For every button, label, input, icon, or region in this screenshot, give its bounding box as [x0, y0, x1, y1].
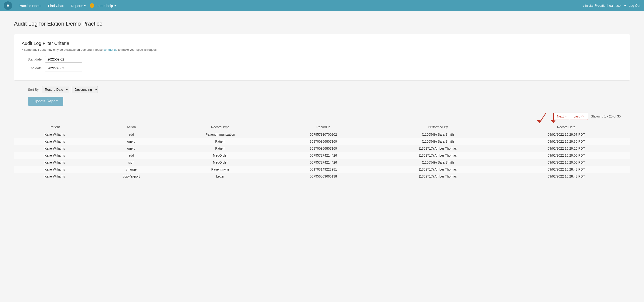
table-row: Katie WilliamsqueryPatient30370095680716… [14, 145, 630, 152]
cell-patient: Katie Williams [14, 152, 96, 159]
col-record-id: Record Id [273, 123, 373, 131]
cell-performed_by: (1166549) Sara Smith [374, 159, 502, 166]
table-row: Katie Williamscopy/exportLetter507956803… [14, 173, 630, 180]
cell-record_type: PatientImmunization [167, 131, 274, 138]
cell-action: change [96, 166, 167, 173]
cell-performed_by: (1302717) Amber Thomas [374, 173, 502, 180]
filter-box: Audit Log Filter Criteria * Some audit d… [14, 34, 630, 80]
table-row: Katie WilliamschangePatientInvite5017031… [14, 166, 630, 173]
sort-row: Sort By: Record Date Patient Action Reco… [14, 86, 630, 93]
cell-record_id: 507957274214426 [273, 152, 373, 159]
update-report-button[interactable]: Update Report [28, 97, 63, 106]
user-menu[interactable]: clinician@elationhealth.com ▾ [583, 4, 626, 7]
cell-action: query [96, 138, 167, 145]
nav-find-chart[interactable]: Find Chart [45, 0, 67, 11]
last-page-button[interactable]: Last >> [570, 113, 588, 120]
help-button[interactable]: ! I need help ▾ [90, 3, 116, 8]
chevron-down-icon: ▾ [624, 4, 626, 7]
cell-action: add [96, 152, 167, 159]
cell-record_date: 09/02/2022 15:29:30 PDT [502, 138, 630, 145]
col-action: Action [96, 123, 167, 131]
cell-record_date: 09/02/2022 15:29:00 PDT [502, 159, 630, 166]
cell-record_id: 507957274214426 [273, 159, 373, 166]
cell-record_date: 09/02/2022 15:28:43 PDT [502, 166, 630, 173]
cell-record_date: 09/02/2022 15:29:57 PDT [502, 131, 630, 138]
cell-patient: Katie Williams [14, 166, 96, 173]
cell-performed_by: (1166549) Sara Smith [374, 131, 502, 138]
cell-performed_by: (1302717) Amber Thomas [374, 152, 502, 159]
chevron-down-icon: ▾ [114, 3, 116, 8]
contact-us-link[interactable]: contact us [104, 48, 117, 51]
cell-record_type: Letter [167, 173, 274, 180]
cell-record_type: Patient [167, 145, 274, 152]
sort-order-select[interactable]: Descending Ascending [72, 86, 98, 93]
help-icon: ! [90, 3, 94, 8]
cell-action: sign [96, 159, 167, 166]
cell-record_date: 09/02/2022 15:29:00 PDT [502, 152, 630, 159]
logo[interactable]: E [4, 1, 12, 10]
start-date-label: Start date: [22, 57, 42, 61]
main-content: Audit Log for Elation Demo Practice Audi… [0, 11, 644, 302]
logout-button[interactable]: Log Out [629, 4, 640, 7]
table-row: Katie WilliamsqueryPatient30370095680716… [14, 138, 630, 145]
cell-record_id: 507957910700202 [273, 131, 373, 138]
start-date-input[interactable] [45, 56, 82, 63]
nav-practice-home[interactable]: Practice Home [16, 0, 44, 11]
col-performed-by: Performed By [374, 123, 502, 131]
chevron-down-icon: ▾ [84, 3, 86, 8]
cell-performed_by: (1302717) Amber Thomas [374, 145, 502, 152]
cell-record_date: 09/02/2022 15:28:43 PDT [502, 173, 630, 180]
table-row: Katie WilliamsaddPatientImmunization5079… [14, 131, 630, 138]
cell-action: query [96, 145, 167, 152]
cell-record_type: MedOrder [167, 152, 274, 159]
showing-text: Showing 1 - 25 of 35 [591, 114, 621, 118]
table-row: Katie WilliamsaddMedOrder507957274214426… [14, 152, 630, 159]
navbar-links: Practice Home Find Chart Reports ▾ ! I n… [16, 0, 583, 11]
cell-record_type: Patient [167, 138, 274, 145]
end-date-row: End date: [22, 65, 622, 71]
cell-record_type: PatientInvite [167, 166, 274, 173]
pagination-row: Next >Last >> Showing 1 - 25 of 35 [14, 113, 630, 123]
navbar: E Practice Home Find Chart Reports ▾ ! I… [0, 0, 644, 11]
filter-title: Audit Log Filter Criteria [22, 41, 622, 46]
nav-reports[interactable]: Reports ▾ [68, 0, 89, 11]
page-title: Audit Log for Elation Demo Practice [14, 20, 630, 27]
cell-record_id: 507956803666138 [273, 173, 373, 180]
cell-record_id: 303700956807169 [273, 138, 373, 145]
col-patient: Patient [14, 123, 96, 131]
cell-patient: Katie Williams [14, 145, 96, 152]
audit-table: Patient Action Record Type Record Id Per… [14, 123, 630, 180]
sort-by-label: Sort By: [28, 88, 40, 91]
cell-performed_by: (1166549) Sara Smith [374, 138, 502, 145]
next-page-button[interactable]: Next > [553, 113, 570, 120]
start-date-row: Start date: [22, 56, 622, 63]
cell-record_type: MedOrder [167, 159, 274, 166]
end-date-label: End date: [22, 66, 42, 70]
sort-field-select[interactable]: Record Date Patient Action Record Type [42, 86, 70, 93]
cell-action: copy/export [96, 173, 167, 180]
update-row: Update Report [14, 97, 630, 106]
cell-patient: Katie Williams [14, 138, 96, 145]
filter-note: * Some audit data may only be available … [22, 48, 622, 51]
cell-record_id: 303700956807169 [273, 145, 373, 152]
cell-patient: Katie Williams [14, 159, 96, 166]
cell-record_date: 09/02/2022 15:29:16 PDT [502, 145, 630, 152]
cell-performed_by: (1302717) Amber Thomas [374, 166, 502, 173]
table-row: Katie WilliamssignMedOrder50795727421442… [14, 159, 630, 166]
cell-action: add [96, 131, 167, 138]
navbar-right: clinician@elationhealth.com ▾ Log Out [583, 4, 640, 7]
cell-patient: Katie Williams [14, 131, 96, 138]
end-date-input[interactable] [45, 65, 82, 71]
col-record-type: Record Type [167, 123, 274, 131]
cell-record_id: 501703149223981 [273, 166, 373, 173]
cell-patient: Katie Williams [14, 173, 96, 180]
